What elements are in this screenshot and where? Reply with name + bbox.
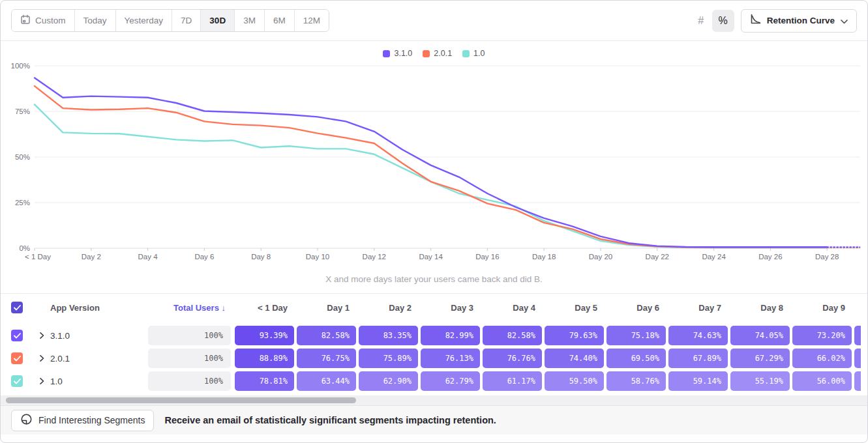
retention-cell-2.0.1-day5[interactable]: 74.40% (545, 349, 604, 368)
retention-cell-1.0-day1[interactable]: 63.44% (297, 371, 356, 391)
date-range-group: CustomTodayYesterday7D30D3M6M12M (11, 9, 329, 32)
retention-cell-3.1.0-day9[interactable]: 73.20% (792, 326, 852, 345)
x-axis-tick-label: Day 16 (475, 253, 499, 261)
retention-cell-clipped (854, 349, 861, 368)
series-line-2.0.1[interactable] (35, 86, 827, 248)
retention-cell-2.0.1-day2[interactable]: 75.89% (359, 349, 418, 368)
date-range-label: Today (83, 16, 107, 25)
retention-cell-3.1.0-day7[interactable]: 74.63% (668, 326, 728, 345)
column-day-7: Day 7 (668, 303, 728, 313)
date-range-today[interactable]: Today (75, 10, 116, 31)
row-expander[interactable] (37, 331, 50, 340)
column-day-8: Day 8 (730, 303, 790, 313)
horizontal-scrollbar-thumb[interactable] (6, 397, 356, 403)
column-total-users-sort[interactable]: Total Users ↓ (148, 303, 235, 313)
retention-cell-2.0.1-day4[interactable]: 76.76% (483, 349, 542, 368)
retention-cell-1.0-day5[interactable]: 59.50% (545, 371, 604, 391)
row-checkbox[interactable] (11, 352, 23, 364)
retention-cell-3.1.0-day2[interactable]: 83.35% (359, 326, 418, 345)
series-line-1.0[interactable] (35, 104, 827, 248)
row-expander[interactable] (37, 354, 50, 363)
retention-cell-1.0-day0[interactable]: 78.81% (235, 371, 294, 391)
legend-swatch (423, 50, 430, 57)
y-axis-tick-label: 100% (11, 62, 30, 70)
retention-cell-2.0.1-day0[interactable]: 88.89% (235, 349, 294, 368)
legend-item-3.1.0[interactable]: 3.1.0 (383, 49, 412, 58)
x-axis-tick-label: Day 8 (251, 253, 271, 261)
x-axis-tick-label: < 1 Day (25, 253, 51, 261)
chart-legend: 3.1.02.0.11.0 (1, 46, 867, 61)
retention-cell-1.0-day7[interactable]: 59.14% (668, 371, 728, 391)
date-range-custom[interactable]: Custom (12, 10, 75, 31)
retention-cell-2.0.1-day8[interactable]: 67.29% (730, 349, 790, 368)
retention-cell-1.0-day8[interactable]: 55.19% (730, 371, 790, 391)
retention-cell-clipped (854, 371, 861, 391)
x-axis-tick-label: Day 14 (419, 253, 443, 261)
date-range-30d[interactable]: 30D (201, 10, 235, 31)
retention-cell-2.0.1-day7[interactable]: 67.89% (668, 349, 728, 368)
date-range-label: 3M (243, 16, 256, 25)
x-axis-tick-label: Day 20 (589, 253, 612, 261)
retention-cell-1.0-day9[interactable]: 56.00% (792, 371, 852, 391)
segments-circle-icon (20, 413, 33, 427)
retention-cell-1.0-day4[interactable]: 61.17% (483, 371, 542, 391)
find-interesting-segments-button[interactable]: Find Interesting Segments (11, 410, 154, 431)
sort-down-icon: ↓ (222, 303, 226, 313)
retention-cell-3.1.0-day3[interactable]: 82.99% (421, 326, 480, 345)
column-day-5: Day 5 (545, 303, 604, 313)
column-day-3: Day 3 (421, 303, 480, 313)
percentage-toggle[interactable]: % (712, 10, 734, 32)
date-range-label: Yesterday (125, 16, 164, 25)
retention-cell-3.1.0-day5[interactable]: 79.63% (545, 326, 604, 345)
retention-cell-3.1.0-day4[interactable]: 82.58% (483, 326, 542, 345)
table-row-3.1.0: 3.1.0100%93.39%82.58%83.35%82.99%82.58%7… (1, 325, 867, 346)
date-range-12m[interactable]: 12M (295, 10, 329, 31)
column-day-4: Day 4 (483, 303, 542, 313)
series-line-3.1.0[interactable] (35, 78, 827, 248)
chevron-right-icon (37, 331, 46, 340)
date-range-6m[interactable]: 6M (265, 10, 295, 31)
absolute-numbers-toggle[interactable]: # (690, 10, 712, 32)
retention-cell-2.0.1-day3[interactable]: 76.13% (421, 349, 480, 368)
retention-cell-2.0.1-day6[interactable]: 69.50% (606, 349, 666, 368)
retention-cell-3.1.0-day0[interactable]: 93.39% (235, 326, 294, 345)
retention-cell-3.1.0-day8[interactable]: 74.05% (730, 326, 790, 345)
retention-cell-3.1.0-day6[interactable]: 75.18% (606, 326, 666, 345)
table-row-2.0.1: 2.0.1100%88.89%76.75%75.89%76.13%76.76%7… (1, 348, 867, 369)
retention-cell-clipped (854, 326, 861, 345)
chevron-right-icon (37, 377, 46, 386)
retention-cell-1.0-day2[interactable]: 62.90% (359, 371, 418, 391)
chevron-right-icon (37, 354, 46, 363)
date-range-7d[interactable]: 7D (172, 10, 201, 31)
retention-curve-icon (750, 14, 761, 27)
row-checkbox[interactable] (11, 330, 23, 341)
legend-item-2.0.1[interactable]: 2.0.1 (423, 49, 452, 58)
retention-cell-2.0.1-day9[interactable]: 66.02% (792, 349, 852, 368)
total-users-cell: 100% (148, 349, 231, 368)
select-all-checkbox[interactable] (11, 302, 23, 313)
retention-report-panel: CustomTodayYesterday7D30D3M6M12M #% Rete… (0, 0, 868, 443)
x-axis-tick-label: Day 4 (138, 253, 158, 261)
chart-type-dropdown[interactable]: Retention Curve (741, 9, 857, 33)
row-expander[interactable] (37, 377, 50, 386)
x-axis-tick-label: Day 2 (82, 253, 101, 261)
column-app-version: App Version (50, 303, 148, 313)
column-day-9: Day 9 (792, 303, 852, 313)
date-range-3m[interactable]: 3M (235, 10, 265, 31)
legend-item-1.0[interactable]: 1.0 (462, 49, 485, 58)
row-checkbox[interactable] (11, 375, 23, 387)
retention-cell-3.1.0-day1[interactable]: 82.58% (297, 326, 356, 345)
column-day-1: Day 1 (297, 303, 356, 313)
date-range-yesterday[interactable]: Yesterday (116, 10, 173, 31)
retention-cell-2.0.1-day1[interactable]: 76.75% (297, 349, 356, 368)
retention-cell-1.0-day6[interactable]: 58.76% (606, 371, 666, 391)
footer-bar: Find Interesting Segments Receive an ema… (1, 405, 867, 435)
chevron-down-icon (841, 15, 848, 27)
table-body: 3.1.0100%93.39%82.58%83.35%82.99%82.58%7… (1, 321, 867, 392)
horizontal-scrollbar[interactable] (1, 395, 867, 405)
x-axis-tick-label: Day 26 (758, 253, 782, 261)
column-day-2: Day 2 (359, 303, 418, 313)
column-day-6: Day 6 (606, 303, 666, 313)
retention-cell-1.0-day3[interactable]: 62.79% (421, 371, 480, 391)
date-range-label: Custom (35, 16, 66, 25)
